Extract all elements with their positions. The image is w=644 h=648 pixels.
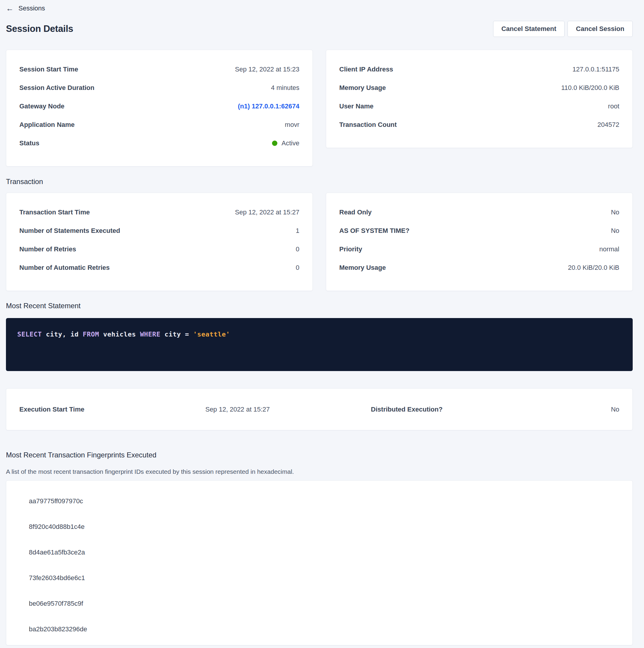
fingerprints-card: aa79775ff097970c 8f920c40d88b1c4e 8d4ae6…	[6, 480, 633, 645]
transaction-memory-usage-row: Memory Usage 20.0 KiB/20.0 KiB	[339, 259, 619, 277]
transaction-start-time-label: Transaction Start Time	[19, 209, 90, 216]
priority-label: Priority	[339, 246, 362, 253]
read-only-value: No	[611, 209, 619, 216]
fingerprint-item: aa79775ff097970c	[6, 488, 632, 514]
client-ip-label: Client IP Address	[339, 65, 393, 73]
session-left-card: Session Start Time Sep 12, 2022 at 15:23…	[6, 50, 313, 166]
statement-section-heading: Most Recent Statement	[6, 302, 633, 310]
read-only-label: Read Only	[339, 209, 372, 216]
session-right-card: Client IP Address 127.0.0.1:51175 Memory…	[326, 50, 633, 148]
transaction-start-time-row: Transaction Start Time Sep 12, 2022 at 1…	[19, 203, 299, 222]
sql-text: vehicles	[99, 331, 140, 338]
session-memory-usage-row: Memory Usage 110.0 KiB/200.0 KiB	[339, 78, 619, 97]
as-of-system-time-value: No	[611, 227, 619, 235]
execution-start-time-value: Sep 12, 2022 at 15:27	[206, 406, 371, 413]
application-name-label: Application Name	[19, 121, 75, 129]
priority-row: Priority normal	[339, 240, 619, 259]
fingerprints-description: A list of the most recent transaction fi…	[6, 468, 633, 475]
breadcrumb-back-sessions[interactable]: ← Sessions	[6, 4, 633, 13]
retries-value: 0	[296, 246, 299, 253]
transaction-left-card: Transaction Start Time Sep 12, 2022 at 1…	[6, 193, 313, 291]
distributed-execution-value: No	[611, 406, 619, 413]
execution-start-time-label: Execution Start Time	[19, 406, 206, 413]
page-title: Session Details	[6, 23, 73, 34]
statements-executed-label: Number of Statements Executed	[19, 227, 120, 235]
session-active-duration-value: 4 minutes	[271, 84, 299, 92]
fingerprint-item: be06e9570f785c9f	[6, 591, 632, 616]
read-only-row: Read Only No	[339, 203, 619, 222]
application-name-row: Application Name movr	[19, 115, 299, 134]
status-value: Active	[282, 140, 299, 147]
fingerprint-item: ba2b203b823296de	[6, 616, 632, 642]
session-active-duration-label: Session Active Duration	[19, 84, 94, 92]
session-memory-usage-label: Memory Usage	[339, 84, 386, 92]
distributed-execution-label: Distributed Execution?	[371, 406, 611, 413]
as-of-system-time-label: AS OF SYSTEM TIME?	[339, 227, 409, 235]
priority-value: normal	[599, 246, 619, 253]
session-active-duration-row: Session Active Duration 4 minutes	[19, 78, 299, 97]
session-start-time-value: Sep 12, 2022 at 15:23	[235, 65, 299, 73]
transaction-section-heading: Transaction	[6, 177, 633, 186]
status-active-dot-icon	[272, 141, 277, 146]
transaction-start-time-value: Sep 12, 2022 at 15:27	[235, 209, 299, 216]
transaction-right-card: Read Only No AS OF SYSTEM TIME? No Prior…	[326, 193, 633, 291]
retries-label: Number of Retries	[19, 246, 76, 253]
status-row: Status Active	[19, 134, 299, 153]
back-arrow-icon[interactable]: ←	[6, 4, 14, 12]
status-badge: Active	[272, 140, 299, 147]
retries-row: Number of Retries 0	[19, 240, 299, 259]
fingerprint-item: 73fe26034bd6e6c1	[6, 565, 632, 591]
user-name-row: User Name root	[339, 97, 619, 115]
session-start-time-row: Session Start Time Sep 12, 2022 at 15:23	[19, 60, 299, 78]
application-name-value: movr	[285, 121, 299, 129]
client-ip-row: Client IP Address 127.0.0.1:51175	[339, 60, 619, 78]
fingerprint-item: 8f920c40d88b1c4e	[6, 514, 632, 540]
sql-keyword: FROM	[83, 331, 99, 338]
session-memory-usage-value: 110.0 KiB/200.0 KiB	[561, 84, 619, 92]
transaction-memory-usage-value: 20.0 KiB/20.0 KiB	[568, 264, 619, 272]
as-of-system-time-row: AS OF SYSTEM TIME? No	[339, 222, 619, 240]
cancel-session-button[interactable]: Cancel Session	[568, 21, 633, 37]
transaction-count-row: Transaction Count 204572	[339, 115, 619, 134]
fingerprint-item: 8d4ae61a5fb3ce2a	[6, 540, 632, 565]
status-label: Status	[19, 140, 39, 147]
transaction-cards-row: Transaction Start Time Sep 12, 2022 at 1…	[6, 193, 633, 291]
transaction-memory-usage-label: Memory Usage	[339, 264, 386, 272]
transaction-count-value: 204572	[598, 121, 619, 129]
statements-executed-row: Number of Statements Executed 1	[19, 222, 299, 240]
session-start-time-label: Session Start Time	[19, 65, 78, 73]
user-name-label: User Name	[339, 102, 373, 110]
gateway-node-link[interactable]: (n1) 127.0.0.1:62674	[238, 102, 299, 110]
header-actions: Cancel Statement Cancel Session	[493, 21, 633, 37]
sql-string-literal: 'seattle'	[193, 331, 230, 338]
transaction-count-label: Transaction Count	[339, 121, 397, 129]
user-name-value: root	[608, 102, 619, 110]
sql-keyword: SELECT	[17, 331, 42, 338]
sql-keyword: WHERE	[140, 331, 160, 338]
client-ip-value: 127.0.0.1:51175	[573, 65, 619, 73]
sql-text: city, id	[42, 331, 82, 338]
sql-statement-box: SELECT city, id FROM vehicles WHERE city…	[6, 318, 633, 371]
cancel-statement-button[interactable]: Cancel Statement	[493, 21, 565, 37]
page-header: Session Details Cancel Statement Cancel …	[6, 21, 633, 37]
gateway-node-row: Gateway Node (n1) 127.0.0.1:62674	[19, 97, 299, 115]
sql-text: city =	[160, 331, 193, 338]
breadcrumb-label[interactable]: Sessions	[18, 4, 45, 12]
fingerprints-section-heading: Most Recent Transaction Fingerprints Exe…	[6, 451, 633, 459]
statements-executed-value: 1	[296, 227, 299, 235]
gateway-node-label: Gateway Node	[19, 102, 65, 110]
automatic-retries-value: 0	[296, 264, 299, 272]
execution-card: Execution Start Time Sep 12, 2022 at 15:…	[6, 388, 633, 430]
automatic-retries-label: Number of Automatic Retries	[19, 264, 110, 272]
session-summary-row: Session Start Time Sep 12, 2022 at 15:23…	[6, 50, 633, 166]
session-details-page: ← Sessions Session Details Cancel Statem…	[0, 0, 639, 645]
automatic-retries-row: Number of Automatic Retries 0	[19, 259, 299, 277]
